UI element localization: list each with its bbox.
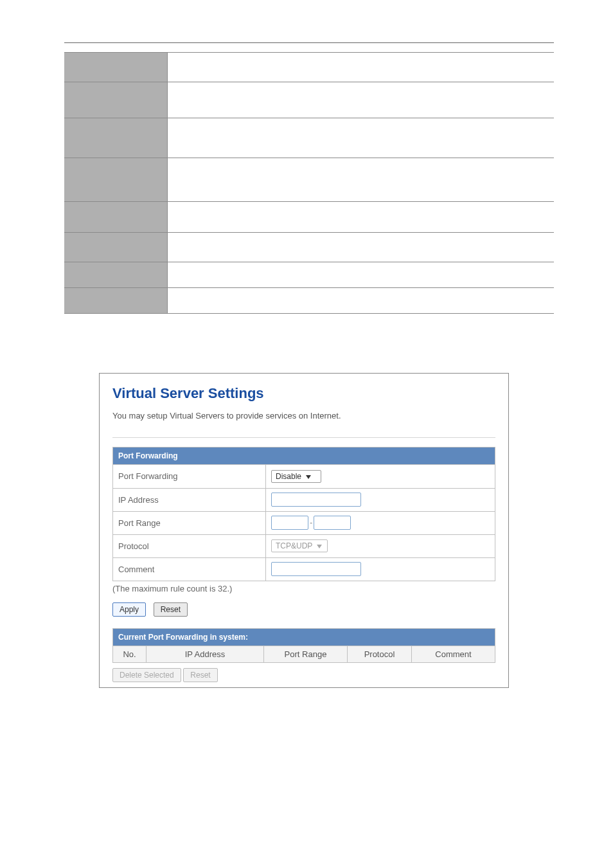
col-protocol: Protocol [348, 646, 412, 663]
max-rule-note: (The maximum rule count is 32.) [112, 584, 495, 593]
upper-row-label [64, 288, 167, 314]
upper-row-value [167, 233, 554, 262]
upper-empty-table [64, 52, 554, 314]
col-range: Port Range [264, 646, 348, 663]
top-rule [64, 42, 554, 43]
port-forwarding-header: Port Forwarding [112, 447, 495, 465]
list-button-row: Delete Selected Reset [112, 668, 495, 682]
upper-row-label [64, 233, 167, 262]
apply-button[interactable]: Apply [112, 602, 146, 617]
port-forwarding-select[interactable]: Disable [271, 470, 321, 483]
upper-row-value [167, 53, 554, 82]
protocol-select[interactable]: TCP&UDP [271, 539, 328, 552]
port-forwarding-select-value: Disable [276, 472, 301, 481]
col-comment: Comment [412, 646, 495, 663]
upper-row-value [167, 262, 554, 288]
upper-row-value [167, 82, 554, 118]
caret-down-icon [306, 475, 311, 479]
section-divider [112, 437, 495, 438]
upper-row-value [167, 118, 554, 158]
port-forwarding-form: Port Forwarding Disable IP Address Port … [112, 465, 495, 581]
protocol-label: Protocol [113, 534, 266, 557]
upper-row-label [64, 53, 167, 82]
comment-label: Comment [113, 557, 266, 581]
reset-list-button[interactable]: Reset [183, 668, 217, 682]
upper-row-label [64, 202, 167, 233]
ip-address-label: IP Address [113, 488, 266, 511]
virtual-server-panel: Virtual Server Settings You may setup Vi… [99, 373, 509, 688]
protocol-select-value: TCP&UDP [276, 541, 312, 550]
panel-description: You may setup Virtual Servers to provide… [112, 411, 495, 420]
port-range-to-input[interactable] [314, 516, 351, 530]
col-no: No. [113, 646, 147, 663]
current-forwarding-header: Current Port Forwarding in system: [112, 628, 495, 646]
range-dash: - [308, 518, 314, 527]
upper-row-value [167, 202, 554, 233]
ip-address-input[interactable] [271, 493, 361, 507]
upper-row-value [167, 288, 554, 314]
caret-down-icon [317, 545, 322, 548]
col-ip: IP Address [147, 646, 264, 663]
upper-row-label [64, 118, 167, 158]
delete-selected-button[interactable]: Delete Selected [112, 668, 181, 682]
comment-input[interactable] [271, 562, 361, 576]
upper-row-value [167, 158, 554, 202]
form-button-row: Apply Reset [112, 602, 495, 617]
reset-button[interactable]: Reset [154, 602, 188, 617]
port-forwarding-label: Port Forwarding [113, 465, 266, 488]
panel-title: Virtual Server Settings [112, 385, 495, 402]
port-range-from-input[interactable] [271, 516, 308, 530]
upper-row-label [64, 82, 167, 118]
upper-row-label [64, 262, 167, 288]
upper-row-label [64, 158, 167, 202]
port-range-label: Port Range [113, 511, 266, 534]
current-forwarding-table: No. IP Address Port Range Protocol Comme… [112, 646, 495, 663]
